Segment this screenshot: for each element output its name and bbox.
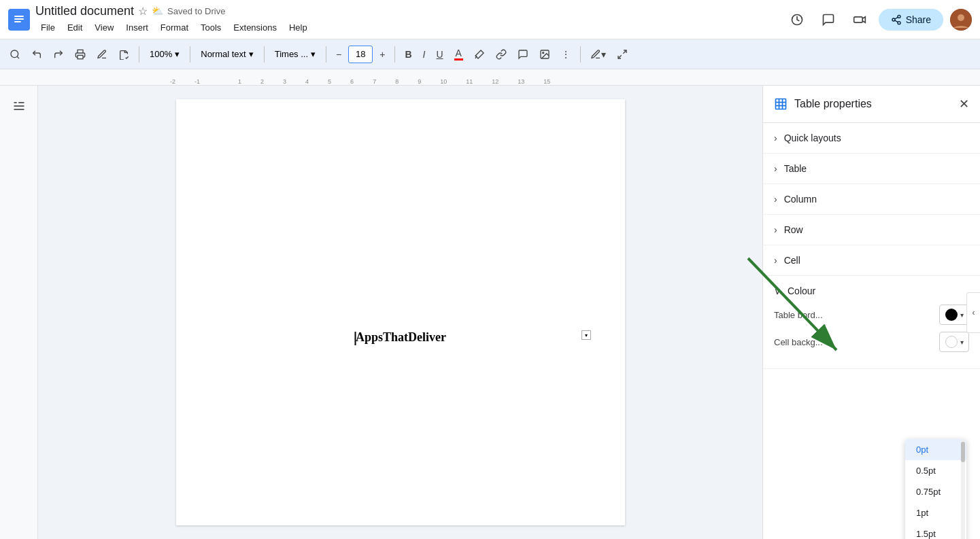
spellcheck-btn[interactable]: [92, 44, 112, 65]
ruler-mark: 3: [283, 78, 286, 85]
zoom-value: 100%: [150, 49, 172, 59]
svg-rect-2: [14, 18, 24, 20]
dropdown-option-0pt[interactable]: 0pt: [905, 439, 966, 460]
font-select[interactable]: Times ... ▾: [270, 44, 320, 65]
quick-layouts-section[interactable]: › Quick layouts: [763, 123, 980, 154]
document-page: AppsThatDeliver ▾: [176, 99, 625, 525]
document-text: AppsThatDeliver: [354, 330, 446, 345]
menu-extensions[interactable]: Extensions: [228, 20, 282, 35]
font-size-increase[interactable]: +: [375, 44, 389, 65]
colour-header[interactable]: ∨ Colour: [774, 285, 969, 296]
style-select[interactable]: Normal text ▾: [196, 44, 258, 65]
document-area[interactable]: AppsThatDeliver ▾: [38, 86, 762, 539]
dropdown-option-05pt[interactable]: 0.5pt: [905, 460, 966, 481]
saved-status: Saved to Drive: [167, 6, 225, 16]
zoom-select[interactable]: 100% ▾: [145, 44, 184, 65]
border-color-swatch: [945, 309, 958, 321]
font-size-decrease[interactable]: −: [332, 44, 345, 65]
svg-point-9: [958, 14, 964, 21]
redo-btn[interactable]: [49, 44, 68, 65]
dropdown-option-075pt[interactable]: 0.75pt: [905, 481, 966, 502]
ruler-mark: 5: [328, 78, 331, 85]
ruler-mark: 11: [466, 78, 473, 85]
document-content: AppsThatDeliver: [356, 330, 446, 344]
font-value: Times ...: [275, 49, 308, 59]
history-icon[interactable]: [785, 7, 809, 32]
panel-close-button[interactable]: ✕: [959, 97, 969, 111]
menu-help[interactable]: Help: [284, 20, 313, 35]
menu-file[interactable]: File: [35, 20, 61, 35]
image-btn[interactable]: [535, 44, 554, 65]
cell-bg-swatch: [945, 336, 958, 348]
topbar: Untitled document ☆ ⛅ Saved to Drive Fil…: [0, 0, 980, 39]
divider-5: [394, 46, 395, 63]
panel-header: Table properties ✕: [763, 86, 980, 123]
outline-icon[interactable]: [7, 94, 31, 120]
ruler-mark: 2: [260, 78, 264, 85]
cell-label: Cell: [784, 255, 800, 266]
expand-btn[interactable]: [613, 44, 632, 65]
menu-tools[interactable]: Tools: [195, 20, 226, 35]
underline-btn[interactable]: U: [432, 44, 447, 65]
column-section[interactable]: › Column: [763, 184, 980, 215]
divider-1: [139, 46, 139, 63]
border-color-caret: ▾: [960, 311, 964, 319]
print-btn[interactable]: [71, 44, 90, 65]
row-section[interactable]: › Row: [763, 215, 980, 245]
bold-btn[interactable]: B: [401, 44, 416, 65]
quick-layouts-label: Quick layouts: [784, 133, 841, 143]
highlight-btn[interactable]: [470, 44, 489, 65]
search-btn[interactable]: [5, 44, 24, 65]
dropdown-option-1pt[interactable]: 1pt: [905, 502, 966, 523]
edit-mode-btn[interactable]: ▾: [586, 44, 610, 65]
docs-logo: [8, 9, 30, 31]
bookmark-icon[interactable]: ☆: [138, 5, 148, 18]
column-label: Column: [784, 194, 817, 205]
doc-title-text[interactable]: Untitled document: [35, 4, 134, 18]
drive-icon[interactable]: ⛅: [152, 5, 163, 16]
table-section[interactable]: › Table: [763, 154, 980, 184]
font-size-input[interactable]: [348, 46, 373, 63]
cell-bg-color-btn[interactable]: ▾: [939, 332, 969, 352]
share-button[interactable]: Share: [879, 9, 943, 31]
svg-rect-21: [776, 99, 786, 109]
more-btn[interactable]: ⋮: [557, 44, 575, 65]
dropdown-scrollbar[interactable]: [961, 439, 965, 539]
ruler-mark: 12: [492, 78, 499, 85]
svg-rect-5: [854, 16, 862, 22]
share-label: Share: [906, 14, 931, 25]
menu-edit[interactable]: Edit: [62, 20, 88, 35]
comment-btn[interactable]: [513, 44, 533, 65]
menu-view[interactable]: View: [89, 20, 119, 35]
dropdown-option-15pt[interactable]: 1.5pt: [905, 523, 966, 539]
svg-line-15: [623, 50, 626, 54]
font-color-btn[interactable]: A: [450, 44, 467, 65]
table-border-color-btn[interactable]: ▾: [939, 305, 969, 325]
undo-btn[interactable]: [27, 44, 46, 65]
paint-format-btn[interactable]: [114, 44, 133, 65]
menu-insert[interactable]: Insert: [120, 20, 154, 35]
link-btn[interactable]: [492, 44, 511, 65]
style-value: Normal text: [201, 49, 246, 59]
menu-format[interactable]: Format: [155, 20, 194, 35]
table-chevron: ›: [774, 163, 777, 174]
style-caret: ▾: [249, 49, 254, 59]
svg-line-7: [894, 17, 898, 19]
divider-2: [190, 46, 190, 63]
collapse-panel-button[interactable]: ‹: [966, 292, 980, 333]
comments-icon[interactable]: [816, 7, 841, 32]
ruler-mark: 1: [238, 78, 241, 85]
table-border-label: Table bord...: [774, 310, 932, 320]
meet-icon[interactable]: [847, 7, 872, 32]
table-resize-handle[interactable]: ▾: [581, 330, 591, 340]
svg-point-14: [543, 52, 544, 53]
ruler-mark: 7: [373, 78, 376, 85]
cell-bg-row: Cell backg... ▾: [774, 332, 969, 352]
title-area: Untitled document ☆ ⛅ Saved to Drive Fil…: [35, 4, 779, 35]
table-label: Table: [784, 163, 807, 174]
colour-label: Colour: [788, 285, 815, 296]
cell-section[interactable]: › Cell: [763, 245, 980, 276]
avatar[interactable]: [950, 9, 972, 31]
topbar-right: Share: [785, 7, 972, 32]
italic-btn[interactable]: I: [419, 44, 430, 65]
